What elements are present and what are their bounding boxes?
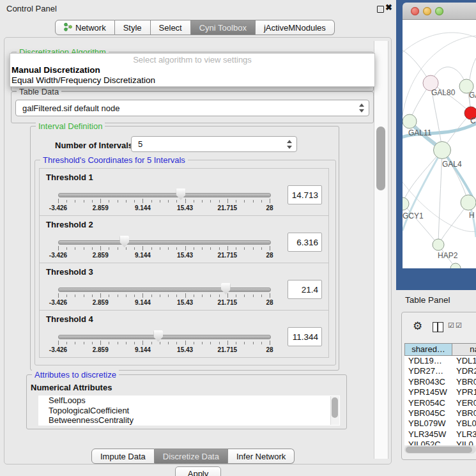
- column-layout-icon[interactable]: [433, 322, 443, 332]
- threshold-value-field[interactable]: 14.713: [288, 185, 322, 204]
- threshold-row: Threshold 2 -3.4262.8599.14415.4321.7152…: [39, 215, 329, 263]
- algorithm-option-equal-width[interactable]: Equal Width/Frequency Discretization: [10, 75, 374, 86]
- node-h[interactable]: [461, 195, 476, 210]
- minimize-traffic-light-icon[interactable]: [423, 7, 431, 15]
- attributes-group-title: Attributes to discretize: [32, 370, 119, 380]
- tab-select[interactable]: Select: [151, 20, 191, 35]
- slider-tick-labels: -3.4262.8599.14415.4321.71528: [58, 252, 270, 259]
- node-bottom[interactable]: [450, 263, 461, 268]
- threshold-value-field[interactable]: 11.344: [288, 327, 322, 346]
- tab-style[interactable]: Style: [115, 20, 151, 35]
- slider-tick-labels: -3.4262.8599.14415.4321.71528: [58, 346, 270, 354]
- algorithm-option-manual[interactable]: Manual Discretization: [10, 65, 374, 75]
- threshold-row: Threshold 3 -3.4262.8599.14415.4321.7152…: [39, 263, 329, 311]
- node-gcy1[interactable]: [403, 197, 409, 210]
- slider-tick-labels: -3.4262.8599.14415.4321.71528: [58, 299, 270, 307]
- slider-ruler: [58, 293, 270, 298]
- network-icon: [64, 22, 72, 33]
- threshold-slider[interactable]: [58, 288, 271, 292]
- thresholds-group: Threshold's Coordinates for 5 Intervals …: [35, 160, 336, 365]
- table-row[interactable]: YBR043CYBR0: [404, 377, 476, 387]
- node-hap2[interactable]: [433, 239, 444, 250]
- table-row[interactable]: YLR345WYLR3: [404, 429, 476, 440]
- number-of-intervals-combo[interactable]: 5: [131, 136, 297, 152]
- table-header-row: shared… na: [404, 343, 476, 356]
- node-label-gcy1: GCY1: [403, 211, 424, 220]
- list-item[interactable]: SelfLoops: [38, 395, 340, 406]
- table-panel-title: Table Panel: [405, 295, 450, 305]
- slider-ruler: [58, 199, 270, 204]
- table-horizontal-scrollbar[interactable]: [404, 445, 476, 454]
- table-panel: ⚙ ☑ ☑ shared… na YDL19…YDL1 YDR27…YDR2 Y…: [401, 312, 476, 460]
- threshold-slider[interactable]: [58, 335, 271, 339]
- tab-network[interactable]: Network: [55, 20, 115, 35]
- table-data-group: Table Data galFiltered.sif default node: [11, 91, 374, 123]
- column-header-name[interactable]: na: [452, 343, 476, 356]
- close-icon[interactable]: ✖: [385, 3, 392, 12]
- gear-icon[interactable]: ⚙: [413, 319, 422, 332]
- checkbox-icon[interactable]: ☑: [448, 321, 454, 330]
- interval-definition-group-title: Interval Definition: [36, 121, 105, 131]
- combo-stepper-icon: [359, 104, 365, 112]
- tab-infer-network[interactable]: Infer Network: [228, 449, 295, 464]
- column-header-shared-name[interactable]: shared…: [404, 343, 452, 356]
- node-label-partial-ga: GA: [469, 91, 476, 100]
- numerical-attributes-heading: Numerical Attributes: [31, 383, 112, 392]
- threshold-value-field[interactable]: 21.4: [288, 280, 322, 299]
- list-item[interactable]: TopologicalCoefficient: [38, 406, 340, 416]
- tab-network-label: Network: [75, 23, 106, 33]
- node-gal11[interactable]: [403, 114, 417, 128]
- threshold-row: Threshold 1 -3.4262.8599.14415.4321.7152…: [39, 168, 329, 216]
- tab-cyni-toolbox[interactable]: Cyni Toolbox: [191, 20, 256, 35]
- threshold-label: Threshold 4: [46, 314, 93, 324]
- panel-scrollbar-thumb[interactable]: [376, 127, 385, 190]
- list-item[interactable]: BetweennessCentrality: [38, 415, 340, 426]
- threshold-slider[interactable]: [58, 193, 271, 197]
- threshold-slider[interactable]: [58, 240, 271, 245]
- slider-ruler: [58, 341, 270, 346]
- table-row[interactable]: YDL19…YDL1: [404, 356, 476, 366]
- list-scrollbar-thumb[interactable]: [332, 397, 338, 418]
- table-row[interactable]: YIL052CYIL0: [404, 440, 476, 445]
- float-window-icon[interactable]: [377, 6, 384, 13]
- tab-impute-data[interactable]: Impute Data: [91, 449, 155, 464]
- apply-button[interactable]: Apply: [175, 466, 221, 476]
- table-scrollbar-thumb[interactable]: [406, 447, 472, 453]
- node-label-gal11: GAL11: [408, 128, 431, 137]
- algorithm-popup-hint: Select algorithm to view settings: [10, 55, 374, 65]
- checkbox-icon[interactable]: ☑: [456, 321, 462, 330]
- list-scrollbar[interactable]: [330, 396, 339, 425]
- threshold-label: Threshold 1: [46, 173, 93, 182]
- number-of-intervals-value: 5: [138, 139, 142, 149]
- node-gal4[interactable]: [434, 142, 451, 159]
- close-traffic-light-icon[interactable]: [411, 7, 419, 15]
- table-body: YDL19…YDL1 YDR27…YDR2 YBR043CYBR0 YPR145…: [404, 356, 476, 445]
- panel-vertical-scrollbar[interactable]: [374, 41, 388, 459]
- network-window-titlebar[interactable]: [403, 3, 476, 20]
- zoom-traffic-light-icon[interactable]: [435, 7, 443, 15]
- table-data-combo[interactable]: galFiltered.sif default node: [15, 100, 369, 116]
- tab-discretize-data[interactable]: Discretize Data: [155, 449, 228, 464]
- control-panel-window: Control Panel ✖ Network Style Select Cyn…: [0, 0, 476, 476]
- node-label-hap2: HAP2: [438, 251, 457, 260]
- attributes-group: Attributes to discretize Numerical Attri…: [26, 374, 347, 429]
- interval-definition-group: Interval Definition Number of Intervals …: [30, 126, 339, 371]
- number-of-intervals-label: Number of Intervals: [55, 141, 133, 150]
- table-row[interactable]: YPR145WYPR1: [404, 387, 476, 397]
- table-row[interactable]: YER054CYER0: [404, 398, 476, 408]
- slider-tick-labels: -3.4262.8599.14415.4321.71528: [58, 204, 270, 212]
- table-row[interactable]: YDR27…YDR2: [404, 366, 476, 376]
- node-label-gal4: GAL4: [442, 160, 462, 169]
- table-data-group-title: Table Data: [17, 87, 61, 96]
- threshold-label: Threshold 3: [46, 267, 93, 277]
- cyni-toolbox-panel: Discretization Algorithm Select algorith…: [4, 37, 392, 464]
- tab-jactivemnodules[interactable]: jActiveMNodules: [256, 20, 335, 35]
- node-label-h: H: [469, 211, 475, 220]
- table-row[interactable]: YBL079WYBL0: [404, 418, 476, 429]
- table-row[interactable]: YBR045CYBR0: [404, 408, 476, 418]
- slider-ruler: [58, 246, 270, 251]
- network-graph: [403, 20, 476, 268]
- network-canvas[interactable]: GAL80 GAL11 GAL4 GCY1 HAP2 H GA C: [403, 20, 476, 268]
- combo-stepper-icon: [287, 140, 293, 149]
- threshold-value-field[interactable]: 6.316: [288, 233, 322, 252]
